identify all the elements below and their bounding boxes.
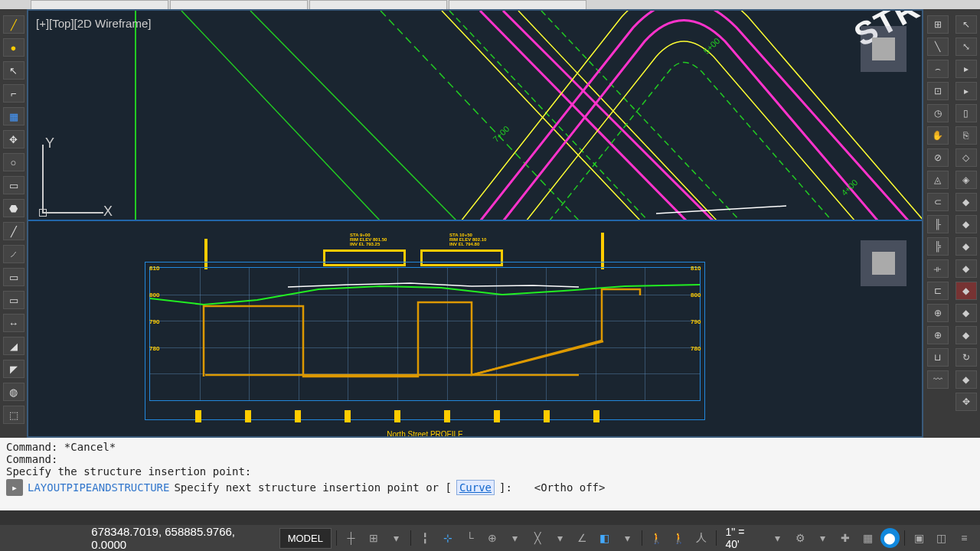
annotation-scale[interactable]: 1" = 40'	[721, 526, 766, 550]
ray-tool[interactable]: ⟋	[3, 245, 24, 263]
station-tick	[345, 410, 351, 422]
layout-tab[interactable]	[170, 0, 308, 9]
level-tool[interactable]: ⊏	[927, 282, 949, 300]
elev-label: 780	[691, 345, 701, 352]
circle-tool[interactable]: ○	[3, 153, 24, 171]
fill-tool[interactable]: ◍	[3, 383, 24, 401]
pan-tool[interactable]: ✋	[927, 126, 949, 145]
select-tool[interactable]: ↖	[956, 15, 977, 34]
wave-tool[interactable]: 〰	[927, 370, 949, 389]
snap-toggle[interactable]: ⊞	[364, 528, 383, 548]
endpoint-tool[interactable]: ◆	[956, 215, 977, 233]
box-tool[interactable]: ◇	[956, 148, 977, 167]
ucs-x-label: X	[103, 204, 113, 220]
viewcube[interactable]	[861, 26, 906, 72]
ucs-icon: Y X	[36, 135, 113, 220]
move-tool[interactable]: ✥	[3, 130, 24, 148]
refresh-tool[interactable]: ↻	[956, 348, 977, 367]
line-tool[interactable]: ╲	[927, 37, 949, 56]
model-space-button[interactable]: MODEL	[279, 528, 332, 549]
mirror-tool[interactable]: ↔	[3, 314, 24, 332]
dim2-tool[interactable]: ╠	[927, 237, 949, 256]
center-tool[interactable]: ◆	[956, 259, 977, 278]
array-tool[interactable]: ▸	[956, 82, 977, 100]
tan-tool[interactable]: ◆	[956, 326, 977, 344]
ui-box2-icon[interactable]: ◫	[932, 528, 951, 548]
compass-tool[interactable]: ⊘	[927, 148, 949, 167]
clip-tool[interactable]: ⎘	[956, 126, 977, 145]
dim-tool[interactable]: ╟	[927, 215, 949, 233]
figure3-icon[interactable]: 人	[691, 528, 710, 548]
ortho-toggle[interactable]: └	[460, 528, 479, 548]
select-tool[interactable]: ↖	[3, 61, 24, 80]
ext-tool[interactable]: ◆	[956, 370, 977, 389]
block-tool[interactable]: ▭	[3, 291, 24, 309]
gradient-tool[interactable]: ◤	[3, 360, 24, 378]
layout-tab[interactable]	[309, 0, 447, 9]
copy-tool[interactable]: ▸	[956, 60, 977, 78]
monitor-icon[interactable]: ▦	[858, 528, 877, 548]
perp-tool[interactable]: ◆	[956, 304, 977, 322]
osnap-tool[interactable]: ⊡	[927, 82, 949, 100]
midpoint-tool[interactable]: ◆	[956, 237, 977, 256]
plan-viewport[interactable]: STR 7+00 5+00	[28, 11, 922, 221]
command-window[interactable]: Command: *Cancel* Command: Specify the s…	[0, 438, 980, 510]
add-tool[interactable]: ⊕	[927, 326, 949, 344]
station-tick	[444, 410, 450, 422]
layout-tab[interactable]	[449, 0, 586, 9]
plus-icon[interactable]: ✚	[835, 528, 854, 548]
frame-tool[interactable]: ⊔	[927, 348, 949, 367]
edit-tool[interactable]: ⤡	[956, 37, 977, 56]
coordinates-display[interactable]: 678348.7019, 658885.9766, 0.0000	[83, 525, 276, 551]
link-tool[interactable]: ⊂	[927, 193, 949, 211]
ui-box1-icon[interactable]: ▣	[910, 528, 929, 548]
polar-toggle[interactable]: ⊕	[483, 528, 502, 548]
dynamic-input-toggle[interactable]: ⊹	[438, 528, 457, 548]
figure2-icon[interactable]: 🚶	[669, 528, 688, 548]
hatch-tool[interactable]: ◢	[3, 337, 24, 355]
cursor-tool[interactable]: ✥	[956, 393, 977, 411]
gear-icon[interactable]: ⚙	[791, 528, 810, 548]
osnap-toggle[interactable]: ◧	[595, 528, 614, 548]
cross-tool[interactable]: ⊕	[927, 304, 949, 322]
dim3-tool[interactable]: ⟛	[927, 259, 949, 278]
line-tool[interactable]: ╱	[3, 15, 24, 34]
grid-toggle[interactable]: ┼	[341, 528, 361, 548]
point-tool[interactable]: ⬣	[3, 199, 24, 217]
drawing-canvas[interactable]: [+][Top][2D Wireframe] STR	[27, 9, 923, 438]
rect-tool[interactable]: ▭	[3, 176, 24, 194]
command-option-curve[interactable]: Curve	[456, 480, 495, 495]
polyline-tool[interactable]: ⌐	[3, 84, 24, 103]
arc-tool[interactable]: ⌢	[927, 60, 949, 78]
sphere-tool[interactable]: ●	[3, 38, 24, 57]
profile-viewport[interactable]: STA 9+00RIM ELEV 801.50INV EL 793.25 STA…	[28, 225, 922, 436]
snap-tool[interactable]: ◆	[956, 193, 977, 211]
construction-line-tool[interactable]: ╱	[3, 222, 24, 240]
node-tool[interactable]: ◈	[956, 171, 977, 189]
infer-toggle[interactable]: ╏	[416, 528, 435, 548]
command-input-line[interactable]: ▸ LAYOUTPIPEANDSTRUCTURE Specify next st…	[6, 479, 974, 496]
triangle-tool[interactable]: ◬	[927, 171, 949, 189]
scale-dropdown[interactable]: ▾	[768, 528, 787, 548]
figure1-icon[interactable]: 🚶	[647, 528, 666, 548]
polar-dropdown[interactable]: ▾	[505, 528, 524, 548]
layout-tab[interactable]	[31, 0, 168, 9]
customize-icon[interactable]: ≡	[955, 528, 974, 548]
station-tick	[295, 410, 301, 422]
viewport-label[interactable]: [+][Top][2D Wireframe]	[36, 17, 151, 30]
grid-tool[interactable]: ▦	[3, 107, 24, 126]
snap-dropdown[interactable]: ▾	[386, 528, 405, 548]
clock-tool[interactable]: ◷	[927, 104, 949, 122]
gear-dropdown[interactable]: ▾	[813, 528, 832, 548]
insert-tool[interactable]: ⬚	[3, 406, 24, 424]
isodraft-dropdown[interactable]: ▾	[550, 528, 570, 548]
window-tool[interactable]: ⊞	[927, 15, 949, 34]
isodraft-toggle[interactable]: ╳	[528, 528, 547, 548]
viewcube[interactable]	[861, 240, 906, 286]
otrack-toggle[interactable]: ∠	[573, 528, 592, 548]
quick-properties-toggle[interactable]: ⬤	[880, 528, 900, 548]
active-tool[interactable]: ◆	[956, 282, 977, 300]
osnap-dropdown[interactable]: ▾	[617, 528, 636, 548]
sheet-tool[interactable]: ▯	[956, 104, 977, 122]
layer-tool[interactable]: ▭	[3, 268, 24, 286]
